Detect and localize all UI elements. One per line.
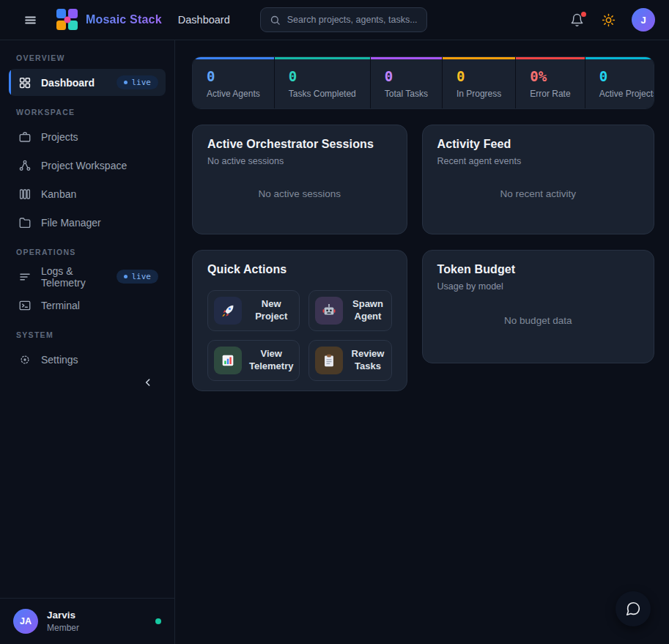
action-label: Review Tasks [350, 348, 385, 373]
empty-state-text: No recent activity [437, 166, 639, 221]
clipboard-icon [315, 347, 343, 374]
user-avatar[interactable]: J [632, 8, 655, 32]
user-profile-area[interactable]: JA Jarvis Member [0, 598, 174, 644]
action-label: New Project [249, 298, 293, 323]
sidebar-item-project-workspace[interactable]: Project Workspace [9, 152, 166, 179]
section-label-system: SYSTEM [16, 330, 158, 339]
card-subtitle: No active sessions [207, 156, 392, 166]
stat-label: Total Tasks [385, 89, 428, 99]
card-title: Active Orchestrator Sessions [207, 138, 392, 151]
theme-toggle-sun-icon[interactable] [600, 12, 617, 29]
chat-fab-button[interactable] [616, 591, 651, 626]
stat-value: 0 [385, 67, 428, 85]
sidebar-item-label: File Manager [41, 217, 101, 229]
sidebar-item-settings[interactable]: Settings [9, 346, 166, 373]
section-label-overview: OVERVIEW [16, 53, 158, 62]
active-indicator [9, 69, 11, 96]
sidebar-item-label: Kanban [41, 188, 76, 200]
sidebar-item-dashboard[interactable]: Dashboard live [9, 69, 166, 96]
stat-value: 0 [599, 67, 654, 85]
folder-icon [18, 216, 32, 229]
action-label: Spawn Agent [350, 298, 385, 323]
sidebar-item-label: Projects [41, 131, 78, 143]
search-box[interactable] [260, 7, 427, 32]
section-label-workspace: WORKSPACE [16, 108, 158, 116]
notifications-bell-icon[interactable] [569, 12, 585, 29]
live-dot [124, 81, 127, 84]
card-title: Activity Feed [437, 138, 639, 151]
stat-total-tasks: 0 Total Tasks [371, 57, 442, 108]
sidebar-item-projects[interactable]: Projects [9, 123, 166, 150]
chat-bubble-icon [625, 601, 641, 617]
empty-state-text: No budget data [437, 292, 639, 349]
card-subtitle: Recent agent events [437, 156, 639, 166]
spawn-agent-button[interactable]: Spawn Agent [308, 290, 391, 331]
notification-dot [581, 12, 586, 17]
stat-active-agents: 0 Active Agents [193, 57, 274, 108]
stat-label: Error Rate [530, 89, 570, 99]
sidebar-item-logs-telemetry[interactable]: Logs & Telemetry live [9, 263, 166, 290]
stat-value: 0% [530, 67, 570, 85]
search-icon [270, 15, 281, 26]
hamburger-menu-icon[interactable] [21, 10, 40, 30]
new-project-button[interactable]: New Project [207, 290, 300, 331]
action-label: View Telemetry [249, 348, 293, 373]
mosaic-logo-icon [56, 9, 78, 31]
sidebar-item-label: Logs & Telemetry [41, 265, 107, 289]
kanban-columns-icon [18, 188, 32, 201]
sidebar-nav: OVERVIEW Dashboard live WORKSPACE [0, 40, 174, 598]
quick-actions-grid: New Project [207, 290, 392, 381]
live-badge-label: live [132, 78, 152, 87]
stat-label: Tasks Completed [289, 89, 356, 99]
view-telemetry-button[interactable]: View Telemetry [207, 340, 300, 381]
active-sessions-card: Active Orchestrator Sessions No active s… [192, 125, 407, 234]
sidebar-item-label: Project Workspace [41, 160, 127, 171]
stats-bar: 0 Active Agents 0 Tasks Completed 0 Tota… [192, 56, 654, 109]
live-dot [124, 275, 127, 278]
brand-name: Mosaic Stack [86, 13, 162, 26]
log-lines-icon [18, 270, 32, 284]
stat-label: Active Projects [599, 89, 654, 99]
live-badge: live [117, 75, 159, 89]
sidebar-collapse-chevron-icon[interactable] [139, 374, 157, 391]
user-role: Member [47, 623, 79, 633]
gear-icon [18, 353, 32, 366]
search-input[interactable] [287, 15, 418, 25]
section-label-operations: OPERATIONS [16, 248, 158, 256]
sidebar-item-label: Terminal [41, 300, 80, 311]
sidebar: OVERVIEW Dashboard live WORKSPACE [0, 40, 175, 644]
stat-value: 0 [289, 67, 356, 85]
token-budget-card: Token Budget Usage by model No budget da… [422, 250, 654, 363]
stat-tasks-completed: 0 Tasks Completed [275, 57, 370, 108]
user-initials-avatar: JA [13, 609, 38, 634]
card-title: Quick Actions [207, 263, 392, 276]
activity-feed-card: Activity Feed Recent agent events No rec… [422, 125, 654, 234]
sidebar-item-kanban[interactable]: Kanban [9, 180, 166, 207]
robot-icon [315, 297, 343, 325]
sidebar-item-file-manager[interactable]: File Manager [9, 209, 166, 236]
review-tasks-button[interactable]: Review Tasks [308, 340, 391, 381]
sidebar-item-label: Settings [41, 354, 78, 366]
online-status-dot [155, 618, 161, 624]
dashboard-grid-icon [18, 76, 32, 89]
bar-chart-icon [214, 347, 242, 374]
main-content: 0 Active Agents 0 Tasks Completed 0 Tota… [175, 40, 669, 644]
live-badge-label: live [132, 272, 152, 281]
user-name: Jarvis [47, 610, 79, 621]
stat-error-rate: 0% Error Rate [516, 57, 584, 108]
rocket-icon [214, 297, 242, 325]
live-badge: live [117, 270, 159, 284]
sidebar-item-terminal[interactable]: Terminal [9, 292, 166, 319]
card-title: Token Budget [437, 263, 639, 276]
stat-label: In Progress [457, 89, 501, 99]
stat-value: 0 [457, 67, 501, 85]
header-actions: J [569, 8, 655, 32]
empty-state-text: No active sessions [207, 166, 392, 221]
app-header: Mosaic Stack Dashboard J [0, 0, 669, 40]
stat-in-progress: 0 In Progress [443, 57, 515, 108]
stat-label: Active Agents [207, 89, 260, 99]
quick-actions-card: Quick Actions New Project [192, 250, 407, 391]
network-nodes-icon [18, 159, 32, 172]
breadcrumb: Dashboard [178, 14, 230, 26]
stat-value: 0 [207, 67, 260, 85]
